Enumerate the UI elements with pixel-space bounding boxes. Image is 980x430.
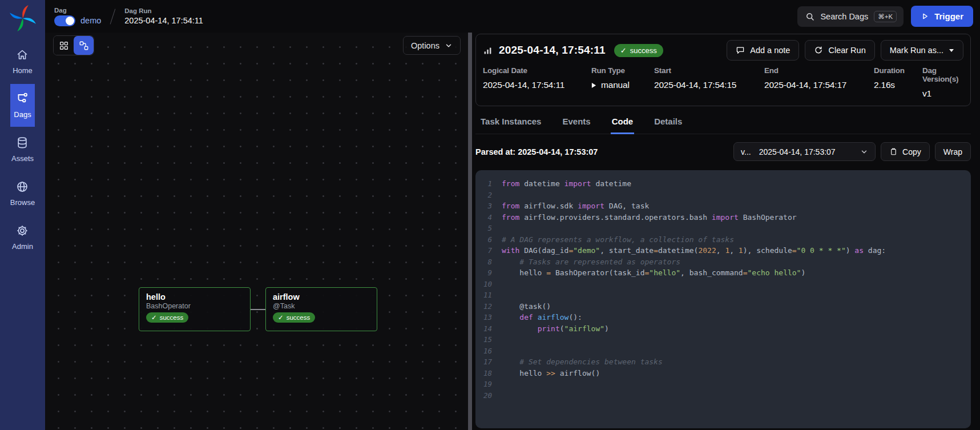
play-icon	[591, 82, 596, 89]
line-number: 8	[475, 256, 502, 268]
task-status-badge: ✓success	[146, 312, 188, 323]
browse-icon	[15, 179, 30, 194]
sidebar-item-label: Browse	[10, 198, 35, 207]
code-line: 19	[475, 379, 971, 390]
run-meta-value: v1	[922, 89, 963, 99]
line-number: 12	[475, 301, 502, 312]
sidebar-item-label: Dags	[14, 110, 31, 119]
line-number: 20	[475, 390, 502, 401]
admin-icon	[15, 223, 30, 238]
wrap-button[interactable]: Wrap	[935, 142, 971, 161]
run-meta-value: 2.16s	[874, 80, 922, 90]
sidebar-item-admin[interactable]: Admin	[10, 216, 35, 259]
tab-details[interactable]: Details	[653, 108, 683, 134]
dag-enabled-toggle[interactable]	[54, 15, 75, 26]
run-meta-label: Dag Version(s)	[922, 66, 963, 83]
dag-version-select[interactable]: v... 2025-04-14, 17:53:07	[733, 142, 876, 161]
sidebar-item-browse[interactable]: Browse	[10, 172, 35, 215]
run-meta-field: Logical Date2025-04-14, 17:54:11	[483, 66, 591, 99]
line-number: 1	[475, 178, 502, 190]
line-number: 18	[475, 368, 502, 379]
run-meta-label: Run Type	[591, 66, 654, 75]
line-number: 15	[475, 334, 502, 345]
code-line: 9 hello = BashOperator(task_id="hello", …	[475, 267, 971, 279]
task-node-airflow[interactable]: airflow@Task✓success	[265, 287, 377, 331]
dag-run-value: 2025-04-14, 17:54:11	[124, 16, 203, 25]
graph-options-button[interactable]: Options	[403, 36, 461, 55]
line-number: 13	[475, 312, 502, 323]
task-node-operator: @Task	[273, 302, 370, 310]
home-icon	[15, 47, 30, 62]
view-mode-toggle	[53, 35, 94, 55]
task-status-badge: ✓success	[273, 312, 315, 323]
code-line: 4from airflow.providers.standard.operato…	[475, 212, 971, 223]
graph-view-button[interactable]	[74, 36, 94, 55]
search-dags-button[interactable]: Search Dags ⌘+K	[797, 6, 904, 27]
run-meta-field: Run Typemanual	[591, 66, 654, 99]
refresh-icon	[814, 46, 823, 55]
line-number: 9	[475, 267, 502, 279]
dags-icon	[15, 91, 30, 106]
line-number: 6	[475, 234, 502, 246]
code-line: 20	[475, 390, 971, 401]
copy-button[interactable]: Copy	[881, 142, 930, 161]
run-meta-label: Start	[654, 66, 764, 75]
sidebar-item-label: Admin	[12, 242, 33, 251]
tab-events[interactable]: Events	[561, 108, 591, 134]
line-number: 14	[475, 323, 502, 335]
sidebar-item-dags[interactable]: Dags	[10, 84, 35, 127]
dag-label: Dag	[54, 7, 101, 14]
sidebar-item-home[interactable]: Home	[10, 40, 35, 83]
run-metadata: Logical Date2025-04-14, 17:54:11Run Type…	[483, 66, 963, 99]
toggle-knob	[66, 17, 74, 25]
breadcrumb-dag: Dag demo	[54, 7, 101, 26]
code-toolbar: Parsed at: 2025-04-14, 17:53:07 v... 202…	[475, 142, 971, 161]
code-line: 5	[475, 223, 971, 234]
clear-run-button[interactable]: Clear Run	[805, 40, 874, 61]
check-icon: ✓	[151, 314, 157, 322]
panel-splitter[interactable]	[468, 33, 472, 430]
run-meta-value: 2025-04-14, 17:54:17	[764, 80, 874, 90]
sidebar-item-label: Assets	[11, 154, 34, 163]
line-number: 10	[475, 279, 502, 290]
trigger-button[interactable]: Trigger	[911, 6, 973, 27]
code-line: 2	[475, 190, 971, 201]
code-text: # Tasks are represented as operators	[502, 256, 680, 268]
run-meta-label: End	[764, 66, 874, 75]
chevron-down-icon	[860, 148, 868, 156]
dag-graph-panel[interactable]: Options helloBashOperator✓successairflow…	[45, 33, 468, 430]
code-line: 7with DAG(dag_id="demo", start_date=date…	[475, 245, 971, 256]
dag-code-block[interactable]: 1from datetime import datetime23from air…	[475, 170, 971, 428]
dag-name-link[interactable]: demo	[80, 16, 101, 25]
code-text: # A DAG represents a workflow, a collect…	[502, 234, 734, 246]
code-line: 12 @task()	[475, 301, 971, 312]
chevron-down-icon	[445, 42, 453, 50]
mark-run-as-button[interactable]: Mark Run as...	[881, 40, 963, 61]
run-status-text: success	[630, 46, 657, 55]
code-text: hello = BashOperator(task_id="hello", ba…	[502, 267, 805, 279]
check-icon: ✓	[278, 314, 284, 322]
task-node-title: hello	[146, 292, 243, 302]
topbar: Dag demo Dag Run 2025-04-14, 17:54:11 Se…	[45, 0, 980, 33]
run-meta-field: End2025-04-14, 17:54:17	[764, 66, 874, 99]
breadcrumb-separator	[110, 9, 116, 24]
grid-view-button[interactable]	[54, 36, 74, 55]
sidebar-item-assets[interactable]: Assets	[10, 128, 35, 171]
airflow-logo[interactable]	[7, 0, 38, 40]
search-label: Search Dags	[820, 12, 868, 21]
add-note-button[interactable]: Add a note	[727, 40, 799, 61]
run-meta-value: 2025-04-14, 17:54:15	[654, 80, 764, 90]
code-text: print("airflow")	[502, 323, 609, 335]
grid-view-icon	[59, 41, 69, 51]
line-number: 16	[475, 345, 502, 357]
tab-code[interactable]: Code	[611, 108, 635, 134]
check-icon: ✓	[620, 46, 627, 55]
options-label: Options	[411, 41, 439, 50]
code-line: 1from datetime import datetime	[475, 178, 971, 190]
tab-task-instances[interactable]: Task Instances	[479, 108, 542, 134]
run-meta-label: Duration	[874, 66, 922, 75]
run-details-panel: 2025-04-14, 17:54:11 ✓ success Add a not…	[472, 33, 980, 430]
assets-icon	[15, 135, 30, 150]
code-line: 3from airflow.sdk import DAG, task	[475, 200, 971, 212]
task-node-hello[interactable]: helloBashOperator✓success	[139, 287, 251, 331]
